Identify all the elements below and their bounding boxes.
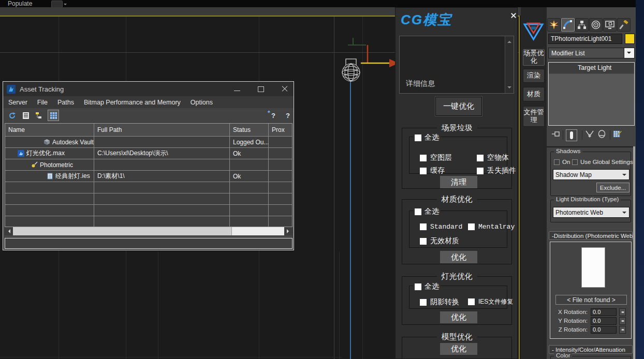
material-optimize-button[interactable]: 优化 — [440, 251, 477, 263]
tab-material[interactable]: 材质 — [523, 87, 545, 101]
table-row[interactable]: Autodesk Vault Logged Ou... — [5, 137, 292, 148]
y-rotation-spinner[interactable] — [619, 317, 626, 325]
menu-populate[interactable]: Populate — [8, 0, 32, 7]
cg-logo-icon — [522, 20, 545, 42]
empty-object-checkbox[interactable] — [477, 155, 484, 161]
table-view-icon[interactable] — [48, 110, 59, 121]
scroll-left-icon[interactable] — [5, 227, 13, 235]
dialog-status-bar — [5, 238, 292, 249]
select-all-checkbox[interactable] — [415, 208, 421, 215]
scrollbar-thumb[interactable] — [13, 227, 232, 235]
stack-item-target-light[interactable]: Target Light — [549, 63, 634, 74]
z-rotation-spinner[interactable] — [619, 326, 626, 334]
shadows-on-checkbox[interactable] — [554, 159, 560, 165]
scroll-down-icon[interactable] — [507, 86, 511, 91]
refresh-icon[interactable] — [6, 110, 18, 121]
y-rotation-field[interactable]: 0.0 — [591, 317, 617, 325]
menu-server[interactable]: Server — [8, 99, 27, 106]
photometric-light-object[interactable] — [326, 19, 404, 359]
clean-button[interactable]: 清理 — [440, 176, 477, 188]
menu-paths[interactable]: Paths — [57, 99, 74, 106]
table-row[interactable]: 灯光优化.max C:\Users\xl\Desktop\演示\ Ok — [5, 148, 292, 159]
color-group: Color — [550, 356, 631, 359]
motion-tab-icon[interactable] — [589, 18, 603, 32]
shadow-convert-checkbox[interactable] — [420, 299, 427, 306]
x-rotation-field[interactable]: 0.0 — [591, 308, 617, 316]
table-row[interactable]: Photometric — [5, 159, 292, 171]
file-not-found-button[interactable]: < File not found > — [555, 295, 627, 305]
modifier-list-dropdown[interactable]: Modifier List — [548, 48, 635, 58]
display-tab-icon[interactable] — [603, 18, 617, 32]
select-all-checkbox[interactable] — [415, 134, 421, 141]
scroll-right-icon[interactable] — [284, 227, 292, 235]
make-unique-icon[interactable] — [585, 130, 594, 140]
tab-render[interactable]: 渲染 — [523, 69, 545, 83]
shadow-map-dropdown[interactable]: Shadow Map — [553, 169, 630, 180]
column-status[interactable]: Status — [230, 124, 269, 136]
asset-tracking-dialog: Asset Tracking Server File Paths Bitmap … — [3, 81, 294, 250]
menu-options[interactable]: Options — [191, 99, 213, 106]
tab-file-manage[interactable]: 文件管理 — [523, 106, 545, 127]
z-rotation-field[interactable]: 0.0 — [591, 326, 617, 334]
menu-bitmap-performance[interactable]: Bitmap Performance and Memory — [84, 99, 181, 106]
table-row[interactable]: 经典射灯.ies D:\素材\1\ Ok — [5, 171, 292, 182]
cache-checkbox[interactable] — [420, 168, 427, 174]
show-end-result-icon[interactable] — [566, 129, 577, 141]
modify-tab-icon[interactable] — [561, 18, 575, 32]
create-tab-icon[interactable] — [547, 18, 561, 32]
invalid-material-checkbox[interactable] — [420, 238, 427, 245]
flyout-button[interactable] — [51, 1, 63, 8]
details-scrollbar[interactable] — [505, 36, 514, 93]
select-all-checkbox[interactable] — [415, 283, 421, 290]
object-color-swatch[interactable] — [625, 34, 635, 44]
chevron-down-icon[interactable] — [624, 48, 634, 58]
scroll-up-icon[interactable] — [507, 39, 511, 43]
asset-name: Autodesk Vault — [52, 139, 94, 146]
standard-checkbox[interactable] — [420, 223, 427, 230]
column-prox[interactable]: Prox — [269, 124, 292, 136]
modifier-stack-toolbar — [547, 128, 636, 142]
minimize-icon[interactable] — [233, 85, 241, 93]
empty-layer-checkbox[interactable] — [420, 155, 427, 161]
exclude-button[interactable]: Exclude... — [596, 183, 630, 192]
remove-modifier-icon[interactable] — [598, 130, 606, 140]
panel-scrollbar[interactable] — [633, 146, 635, 359]
table-row-empty[interactable] — [5, 182, 292, 193]
use-global-settings-checkbox[interactable] — [572, 159, 578, 165]
model-optimize-button[interactable]: 优化 — [440, 343, 477, 355]
table-row-empty[interactable] — [5, 205, 292, 216]
help-mode-icon[interactable]: ?✦ — [268, 110, 279, 121]
pin-stack-icon[interactable] — [552, 130, 560, 140]
light-optimize-button[interactable]: 优化 — [440, 311, 477, 323]
x-rotation-spinner[interactable] — [619, 308, 626, 316]
light-distribution-group: Light Distribution (Type) Photometric We… — [550, 200, 631, 222]
distribution-type-dropdown[interactable]: Photometric Web — [553, 207, 630, 218]
shadows-legend: Shadows — [554, 148, 582, 154]
column-name[interactable]: Name — [5, 124, 94, 136]
light-optimize-group: 灯光优化 全选 阴影转换 IES文件修复 优化 — [402, 276, 512, 325]
one-click-optimize-button[interactable]: 一键优化 — [435, 97, 482, 116]
missing-plugin-checkbox[interactable] — [477, 168, 484, 174]
report-view-icon[interactable] — [20, 110, 32, 121]
table-row-empty[interactable] — [5, 216, 292, 227]
column-full-path[interactable]: Full Path — [94, 124, 230, 136]
object-name-field[interactable]: TPhotometricLight001 — [548, 34, 622, 44]
distribution-rollout-header[interactable]: -Distribution (Photometric Web) — [549, 231, 633, 240]
configure-modifier-sets-icon[interactable] — [613, 130, 622, 140]
hierarchy-tab-icon[interactable] — [575, 18, 589, 32]
ies-repair-checkbox[interactable] — [468, 298, 475, 305]
maximize-icon[interactable] — [256, 85, 265, 93]
tab-scene-optimize[interactable]: 场景优化 — [523, 49, 545, 66]
hierarchy-view-icon[interactable] — [34, 110, 45, 121]
table-row-empty[interactable] — [5, 193, 292, 205]
menu-file[interactable]: File — [37, 99, 48, 106]
close-icon[interactable] — [510, 12, 517, 19]
utilities-tab-icon[interactable] — [617, 18, 631, 32]
horizontal-scrollbar[interactable] — [5, 227, 292, 235]
light-distribution-legend: Light Distribution (Type) — [554, 196, 621, 202]
close-icon[interactable] — [281, 85, 289, 93]
help-icon[interactable]: ? — [282, 110, 294, 121]
viewport-border — [519, 16, 520, 359]
mentalray-checkbox[interactable] — [468, 223, 475, 230]
dialog-title-bar[interactable]: Asset Tracking — [3, 82, 294, 96]
